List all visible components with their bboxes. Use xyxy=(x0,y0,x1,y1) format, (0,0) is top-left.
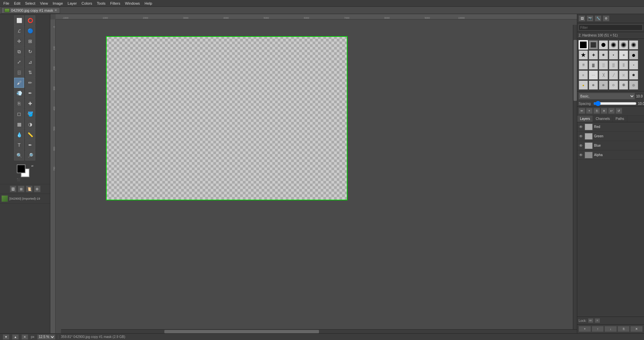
brush-cell-6[interactable] xyxy=(629,40,638,50)
brush-cell-7[interactable]: ★ xyxy=(579,50,588,60)
canvas-vertical-scrollbar[interactable] xyxy=(573,25,577,329)
layer-delete-btn[interactable]: ✕ xyxy=(630,326,643,332)
tool-airbrush[interactable]: 💨 xyxy=(14,88,24,98)
panel-icon-4[interactable]: ⚙ xyxy=(603,15,609,21)
document-tab[interactable]: 042900.jpg copy #1 mask ✕ xyxy=(1,7,60,13)
brush-cell-5[interactable] xyxy=(619,40,628,50)
brush-cell-9[interactable]: ⁕ xyxy=(599,50,608,60)
tool-fill[interactable]: 🪣 xyxy=(25,109,35,119)
brush-cell-19[interactable]: ≡ xyxy=(579,70,588,80)
tab-layers[interactable]: Layers xyxy=(577,116,593,122)
menu-help[interactable]: Help xyxy=(143,1,154,6)
menu-colors[interactable]: Colors xyxy=(79,1,94,6)
tool-lasso[interactable]: 𝓛 xyxy=(14,26,24,36)
tool-move[interactable]: ✛ xyxy=(14,36,24,46)
brush-cell-11[interactable]: ∗ xyxy=(619,50,628,60)
horizontal-scroll-thumb[interactable] xyxy=(164,330,319,333)
brush-edit-btn[interactable]: ✏ xyxy=(579,108,585,114)
brush-cell-10[interactable]: ⋆ xyxy=(609,50,618,60)
tool-select-ellipse[interactable]: ⭕ xyxy=(25,15,35,25)
layer-new-btn[interactable]: + xyxy=(579,326,591,332)
tool-smudge[interactable]: 💧 xyxy=(14,130,24,140)
tool-fuzzy-select[interactable]: 🔵 xyxy=(25,26,35,36)
tool-ink[interactable]: ✒ xyxy=(25,88,35,98)
canvas-viewport[interactable] xyxy=(56,19,577,333)
menu-image[interactable]: Image xyxy=(51,1,65,6)
panel-icon-3[interactable]: 🔧 xyxy=(595,15,601,21)
brush-cell-20[interactable]: ⋯ xyxy=(589,70,598,80)
tool-text[interactable]: T xyxy=(14,140,24,150)
layer-row-alpha[interactable]: 👁 Alpha xyxy=(577,150,644,160)
brush-cell-18[interactable]: ▪ xyxy=(629,60,638,70)
layer-raise-btn[interactable]: ↑ xyxy=(592,326,604,332)
brush-delete-btn[interactable]: ✕ xyxy=(601,108,607,114)
brush-cell-3[interactable] xyxy=(599,40,608,50)
brush-cell-14[interactable]: ▓ xyxy=(589,60,598,70)
tool-pencil[interactable]: ✏ xyxy=(25,78,35,88)
tool-flip[interactable]: ⇅ xyxy=(25,67,35,77)
lock-pixels-btn[interactable]: ✏ xyxy=(588,318,593,323)
zoom-select[interactable]: 12.5 % 25 % 50 % 100 % xyxy=(37,334,55,340)
canvas-container[interactable] xyxy=(106,36,347,200)
brush-cell-22[interactable]: ╱ xyxy=(609,70,618,80)
brush-cell-1[interactable] xyxy=(579,40,588,50)
tool-scale[interactable]: ⤢ xyxy=(14,57,24,67)
tool-color-picker[interactable]: 🔍 xyxy=(14,150,24,160)
panel-icon-1[interactable]: 🖼 xyxy=(579,15,585,21)
brush-new-btn[interactable]: + xyxy=(586,108,593,114)
zoom-close-btn[interactable]: ✕ xyxy=(21,334,28,340)
tool-zoom[interactable]: 🔎 xyxy=(25,150,35,160)
layer-lower-btn[interactable]: ↓ xyxy=(604,326,617,332)
menu-file[interactable]: File xyxy=(1,1,11,6)
tool-align[interactable]: ⊞ xyxy=(25,36,35,46)
brush-cell-2[interactable] xyxy=(589,40,598,50)
filter-input[interactable] xyxy=(579,24,643,30)
vertical-scroll-thumb[interactable] xyxy=(574,40,577,101)
brush-cell-16[interactable]: ▒ xyxy=(609,60,618,70)
menu-windows[interactable]: Windows xyxy=(123,1,142,6)
brush-refresh-btn[interactable]: ↩ xyxy=(608,108,615,114)
zoom-fill-btn[interactable]: ▲ xyxy=(12,334,19,340)
menu-filters[interactable]: Filters xyxy=(108,1,122,6)
brush-cell-24[interactable]: ⬟ xyxy=(629,70,638,80)
tool-shear[interactable]: ⊿ xyxy=(25,57,35,67)
brush-menu-btn[interactable]: ↺ xyxy=(615,108,622,114)
tab-channels[interactable]: Channels xyxy=(593,116,613,122)
brush-cell-17[interactable]: ⣿ xyxy=(619,60,628,70)
tab-paths[interactable]: Paths xyxy=(613,116,627,122)
tab-close-button[interactable]: ✕ xyxy=(54,8,57,12)
brush-cell-29[interactable]: ⦿ xyxy=(619,80,628,90)
brush-mode-select[interactable]: Basic, xyxy=(579,93,635,99)
swap-colors-icon[interactable]: ⇄ xyxy=(31,164,34,167)
brush-cell-25[interactable]: ● xyxy=(579,80,588,90)
menu-edit[interactable]: Edit xyxy=(12,1,22,6)
layer-row-blue[interactable]: 👁 Blue xyxy=(577,141,644,150)
layer-eye-blue[interactable]: 👁 xyxy=(579,143,583,148)
brush-cell-26[interactable]: ⊕ xyxy=(589,80,598,90)
reset-colors-icon[interactable]: ⬛ xyxy=(17,178,20,181)
tool-measure[interactable]: 📏 xyxy=(25,130,35,140)
tool-gradient[interactable]: ▦ xyxy=(14,119,24,129)
brush-cell-21[interactable]: ╳ xyxy=(599,70,608,80)
brush-cell-8[interactable]: ✦ xyxy=(589,50,598,60)
tool-perspective[interactable]: ⌹ xyxy=(14,67,24,77)
spacing-slider[interactable] xyxy=(593,101,637,106)
layer-eye-green[interactable]: 👁 xyxy=(579,134,583,139)
menu-tools[interactable]: Tools xyxy=(95,1,108,6)
canvas-area[interactable]: -1000 1000 2000 3000 4000 5000 6000 7000… xyxy=(50,14,577,333)
tool-path[interactable]: ✒ xyxy=(25,140,35,150)
canvas-horizontal-scrollbar[interactable] xyxy=(61,329,577,333)
zoom-fit-btn[interactable]: ▼ xyxy=(3,334,9,340)
new-image-icon[interactable]: 🖼 xyxy=(10,186,16,192)
foreground-color-swatch[interactable] xyxy=(17,164,25,173)
tool-clone[interactable]: ⎘ xyxy=(14,98,24,109)
menu-select[interactable]: Select xyxy=(23,1,38,6)
menu-layer[interactable]: Layer xyxy=(66,1,79,6)
config-icon[interactable]: ⚙ xyxy=(34,186,41,192)
layer-eye-alpha[interactable]: 👁 xyxy=(579,153,583,157)
tool-rotate[interactable]: ↻ xyxy=(25,47,35,57)
brush-cell-12[interactable]: ● xyxy=(629,50,638,60)
tool-paintbrush[interactable]: 🖌 xyxy=(14,78,24,88)
menu-view[interactable]: View xyxy=(38,1,50,6)
brush-cell-15[interactable]: ░ xyxy=(599,60,608,70)
